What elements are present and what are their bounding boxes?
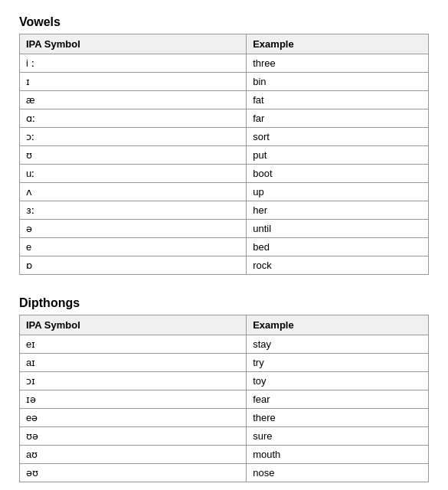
table-row: eɪstay xyxy=(20,335,429,354)
example-word: nose xyxy=(247,464,429,482)
ipa-symbol: eə xyxy=(20,409,247,427)
table-row: əʊnose xyxy=(20,464,429,482)
ipa-symbol: ʊə xyxy=(20,427,247,446)
example-word: up xyxy=(247,183,429,201)
ipa-symbol: aɪ xyxy=(20,354,247,372)
table-row: uːboot xyxy=(20,165,429,183)
example-word: sure xyxy=(247,427,429,446)
vowels-section: Vowels IPA Symbol Example i ːthreeɪbinæf… xyxy=(19,15,429,275)
dipthongs-col-ipa: IPA Symbol xyxy=(20,315,247,335)
example-word: bed xyxy=(247,238,429,256)
table-row: ɜːher xyxy=(20,201,429,220)
example-word: three xyxy=(247,54,429,73)
dipthongs-col-example: Example xyxy=(247,315,429,335)
example-word: mouth xyxy=(247,446,429,464)
table-row: ebed xyxy=(20,238,429,256)
table-row: ɔːsort xyxy=(20,128,429,146)
table-row: eəthere xyxy=(20,409,429,427)
example-word: until xyxy=(247,220,429,238)
ipa-symbol: ʌ xyxy=(20,183,247,201)
ipa-symbol: æ xyxy=(20,91,247,109)
table-row: aɪtry xyxy=(20,354,429,372)
example-word: her xyxy=(247,201,429,220)
table-row: ɑːfar xyxy=(20,109,429,128)
ipa-symbol: ɪ xyxy=(20,73,247,91)
ipa-symbol: ɒ xyxy=(20,256,247,275)
table-row: ɒrock xyxy=(20,256,429,275)
table-row: əuntil xyxy=(20,220,429,238)
table-row: ʌup xyxy=(20,183,429,201)
table-row: ɪbin xyxy=(20,73,429,91)
dipthongs-section: Dipthongs IPA Symbol Example eɪstayaɪtry… xyxy=(19,296,429,482)
dipthongs-table: IPA Symbol Example eɪstayaɪtryɔɪtoyɪəfea… xyxy=(19,315,429,482)
example-word: boot xyxy=(247,165,429,183)
example-word: try xyxy=(247,354,429,372)
ipa-symbol: ɑː xyxy=(20,109,247,128)
ipa-symbol: ɔː xyxy=(20,128,247,146)
vowels-title: Vowels xyxy=(19,15,429,29)
table-row: aʊmouth xyxy=(20,446,429,464)
vowels-col-example: Example xyxy=(247,34,429,54)
vowels-col-ipa: IPA Symbol xyxy=(20,34,247,54)
table-row: ʊəsure xyxy=(20,427,429,446)
ipa-symbol: eɪ xyxy=(20,335,247,354)
example-word: put xyxy=(247,146,429,165)
table-row: ʊput xyxy=(20,146,429,165)
ipa-symbol: uː xyxy=(20,165,247,183)
vowels-table: IPA Symbol Example i ːthreeɪbinæfatɑːfar… xyxy=(19,34,429,275)
example-word: rock xyxy=(247,256,429,275)
ipa-symbol: ɜː xyxy=(20,201,247,220)
table-row: ɪəfear xyxy=(20,390,429,409)
dipthongs-title: Dipthongs xyxy=(19,296,429,310)
example-word: sort xyxy=(247,128,429,146)
example-word: toy xyxy=(247,372,429,390)
example-word: bin xyxy=(247,73,429,91)
ipa-symbol: ʊ xyxy=(20,146,247,165)
ipa-symbol: i ː xyxy=(20,54,247,73)
table-row: æfat xyxy=(20,91,429,109)
table-row: ɔɪtoy xyxy=(20,372,429,390)
example-word: there xyxy=(247,409,429,427)
example-word: fear xyxy=(247,390,429,409)
example-word: fat xyxy=(247,91,429,109)
ipa-symbol: ɔɪ xyxy=(20,372,247,390)
ipa-symbol: ə xyxy=(20,220,247,238)
ipa-symbol: əʊ xyxy=(20,464,247,482)
ipa-symbol: e xyxy=(20,238,247,256)
table-row: i ːthree xyxy=(20,54,429,73)
example-word: stay xyxy=(247,335,429,354)
ipa-symbol: aʊ xyxy=(20,446,247,464)
ipa-symbol: ɪə xyxy=(20,390,247,409)
example-word: far xyxy=(247,109,429,128)
